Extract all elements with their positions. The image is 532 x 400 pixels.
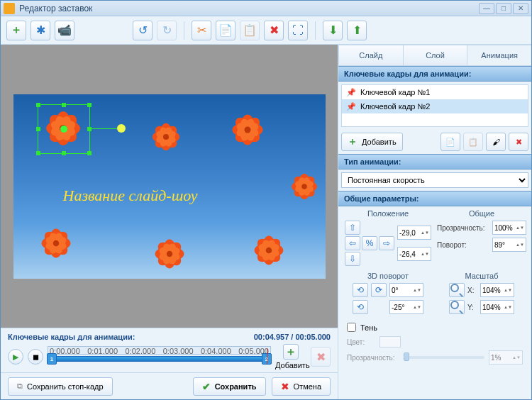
app-icon [4,3,15,14]
shadow-opacity-input[interactable]: ▲▼ [489,350,523,365]
zoom-in-icon[interactable] [449,283,465,297]
position-y-input[interactable]: ▲▼ [397,247,431,261]
timeline-time: 00:04.957 / 00:05.000 [254,333,331,341]
general-group-label: Общие [435,209,528,218]
settings-button[interactable]: ✱ [31,21,50,40]
shadow-label: Тень [360,323,377,332]
keyframe-item[interactable]: 📌Ключевой кадр №1 [342,85,528,99]
copy-keyframe-button[interactable]: 📄 [440,133,460,151]
tab-slide[interactable]: Слайд [338,45,404,65]
slide-caption[interactable]: Название слайд-шоу [63,187,198,205]
add-button[interactable]: ＋ [6,21,26,40]
add-keyframe-button[interactable]: ＋Добавить [341,133,403,151]
shadow-color-swatch[interactable] [379,336,401,348]
rotate3d-b-input[interactable]: ▲▼ [389,300,423,314]
animation-type-select[interactable]: Постоянная скорость [341,172,528,188]
timeline-track[interactable]: 0:00.0000:01.0000:02.0000:03.0000:04.000… [48,346,271,367]
paste-button[interactable]: 📋 [240,21,260,40]
rotate3d-lock-icon[interactable]: ⟳ [371,283,387,297]
move-left-icon[interactable]: ⇦ [345,236,360,250]
keyframe-list[interactable]: 📌Ключевой кадр №1 📌Ключевой кадр №2 [341,84,528,127]
close-button[interactable]: ✕ [513,3,528,14]
delete-keyframe-button[interactable]: ✖ [509,133,528,151]
keyframe-item[interactable]: 📌Ключевой кадр №2 [342,99,528,113]
timeline-panel: Ключевые кадры для анимации: 00:04.957 /… [1,328,338,372]
redo-button[interactable]: ↻ [157,21,177,40]
cut-button[interactable]: ✂ [192,21,211,40]
stop-button[interactable]: ◼ [28,349,43,365]
scale-y-input[interactable]: ▲▼ [480,300,514,314]
minimize-button[interactable]: ― [479,3,494,14]
move-down-button[interactable]: ⬇ [323,21,343,40]
selection-box[interactable] [38,104,90,154]
window-title: Редактор заставок [19,4,479,13]
delete-button[interactable]: ✖ [264,21,284,40]
pin-icon: 📌 [346,88,356,97]
animtype-header: Тип анимации: [338,154,531,170]
move-down-icon[interactable]: ⇩ [345,252,360,266]
cancel-button[interactable]: ✖ Отмена [272,377,331,396]
snapshot-icon: ⧉ [17,382,23,391]
timeline-header: Ключевые кадры для анимации: [8,333,135,341]
undo-button[interactable]: ↺ [133,21,153,40]
params-header: Общие параметры: [338,191,531,206]
scale-group-label: Масштаб [435,272,528,280]
canvas-area[interactable]: Название слайд-шоу [1,45,338,328]
save-snapshot-button[interactable]: ⧉ Сохранить стоп-кадр [8,377,113,396]
play-button[interactable]: ▶ [8,349,23,365]
toolbar: ＋ ✱ 📹 ↺ ↻ ✂ 📄 📋 ✖ ⛶ ⬇ ⬆ [1,16,531,45]
rotate3d-y-icon[interactable]: ⟲ [353,300,368,314]
clear-keyframe-button[interactable]: 🖌 [486,133,506,151]
tab-animation[interactable]: Анимация [467,45,531,65]
timeline-delete-keyframe[interactable]: ✖ [311,347,331,367]
paste-keyframe-button[interactable]: 📋 [463,133,483,151]
canvas[interactable]: Название слайд-шоу [13,94,326,279]
rotate3d-x-icon[interactable]: ⟲ [353,283,368,297]
shadow-opacity-slider[interactable] [404,356,484,359]
titlebar: Редактор заставок ― □ ✕ [1,1,531,16]
keyframes-header: Ключевые кадры для анимации: [338,66,531,82]
zoom-out-icon[interactable] [449,300,465,314]
scale-x-input[interactable]: ▲▼ [480,283,514,297]
percent-icon[interactable]: % [362,236,377,250]
tab-layer[interactable]: Слой [403,45,468,65]
rotate3d-a-input[interactable]: ▲▼ [389,283,423,297]
pin-icon: 📌 [346,102,356,111]
move-up-button[interactable]: ⬆ [347,21,367,40]
cancel-icon: ✖ [281,381,289,392]
timeline-add-keyframe[interactable]: ＋ Добавить [275,344,306,370]
rotation3d-group-label: 3D поворот [341,272,435,280]
move-right-icon[interactable]: ⇨ [379,236,394,250]
move-up-icon[interactable]: ⇧ [345,221,360,235]
shadow-checkbox[interactable] [347,323,356,332]
save-button[interactable]: ✔ Сохранить [193,377,266,396]
maximize-button[interactable]: □ [496,3,511,14]
position-group-label: Положение [341,209,435,218]
check-icon: ✔ [202,381,211,392]
copy-button[interactable]: 📄 [216,21,235,40]
rotation-pivot[interactable] [117,124,126,133]
opacity-input[interactable]: ▲▼ [492,221,526,235]
camera-button[interactable]: 📹 [55,21,74,40]
rotate-input[interactable]: ▲▼ [492,238,526,252]
position-x-input[interactable]: ▲▼ [397,226,431,240]
fit-button[interactable]: ⛶ [288,21,308,40]
keyframe-marker-1[interactable]: 1 [47,353,57,365]
